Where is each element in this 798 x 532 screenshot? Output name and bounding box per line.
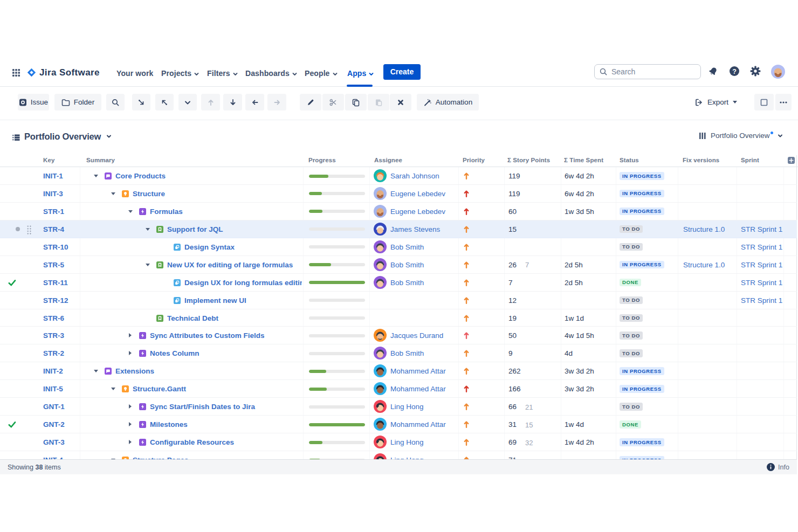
svg-text:?: ?: [732, 68, 737, 75]
